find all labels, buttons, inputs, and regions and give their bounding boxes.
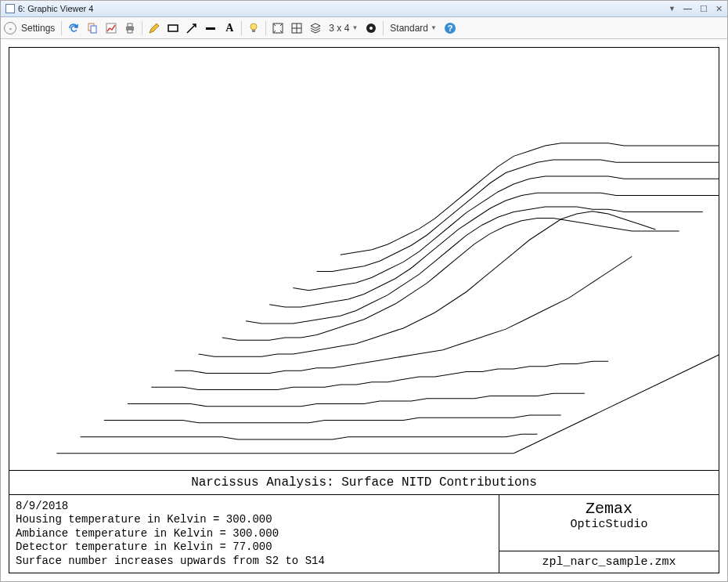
isometric-plot <box>9 48 719 470</box>
svg-rect-7 <box>206 27 215 30</box>
sep <box>142 21 142 35</box>
style-dropdown[interactable]: Standard▼ <box>387 23 440 34</box>
sep <box>265 21 266 35</box>
sep <box>383 21 384 35</box>
toolbar: ⌄ Settings A 3 x 4▼ Standard▼ ? <box>1 17 727 39</box>
grid-icon[interactable] <box>288 20 305 37</box>
help-icon[interactable]: ? <box>441 20 459 37</box>
svg-rect-9 <box>252 30 255 32</box>
titlebar: 6: Graphic Viewer 4 ▼ — ☐ ✕ <box>1 1 727 17</box>
svg-rect-4 <box>128 23 132 27</box>
svg-rect-2 <box>106 23 116 33</box>
app-window: 6: Graphic Viewer 4 ▼ — ☐ ✕ ⌄ Settings A… <box>0 0 728 582</box>
plot-frame: Narcissus Analysis: Surface NITD Contrib… <box>9 47 719 573</box>
dropdown-button[interactable]: ▼ <box>669 5 676 13</box>
settings-button[interactable]: Settings <box>18 23 58 34</box>
sep <box>61 21 62 35</box>
window-controls: ▼ — ☐ ✕ <box>669 4 723 14</box>
copy-icon[interactable] <box>84 20 101 37</box>
svg-text:?: ? <box>448 23 453 33</box>
rectangle-icon[interactable] <box>164 20 182 37</box>
svg-rect-5 <box>128 30 132 33</box>
plot-brand-box: Zemax OpticStudio zpl_narc_sample.zmx <box>499 495 719 573</box>
window-title: 6: Graphic Viewer 4 <box>5 4 93 13</box>
plot-caption-block: Narcissus Analysis: Surface NITD Contrib… <box>9 470 719 573</box>
svg-point-13 <box>369 27 373 30</box>
maximize-button[interactable]: ☐ <box>700 4 708 14</box>
target-icon[interactable] <box>362 20 380 37</box>
layers-icon[interactable] <box>307 20 324 37</box>
expand-options-icon[interactable]: ⌄ <box>4 22 16 34</box>
brand-product: OpticStudio <box>499 518 719 531</box>
fit-window-icon[interactable] <box>269 20 287 37</box>
text-icon[interactable]: A <box>221 20 238 37</box>
line-weight-icon[interactable] <box>202 20 219 37</box>
window-icon <box>5 4 15 13</box>
print-icon[interactable] <box>121 20 139 37</box>
close-button[interactable]: ✕ <box>715 4 723 14</box>
refresh-icon[interactable] <box>65 20 82 37</box>
sep <box>241 21 242 35</box>
svg-rect-6 <box>168 25 178 31</box>
chart-icon[interactable] <box>103 20 120 37</box>
plot-title: Narcissus Analysis: Surface NITD Contrib… <box>9 471 719 495</box>
plot-info-text: 8/9/2018 Housing temperature in Kelvin =… <box>9 495 499 573</box>
window-title-text: 6: Graphic Viewer 4 <box>18 4 93 13</box>
brand-name: Zemax <box>499 500 719 518</box>
svg-point-8 <box>250 23 257 30</box>
arrow-icon[interactable] <box>183 20 200 37</box>
minimize-button[interactable]: — <box>683 4 692 13</box>
plot-graphic <box>9 48 719 470</box>
pencil-icon[interactable] <box>146 20 163 37</box>
plot-info-row: 8/9/2018 Housing temperature in Kelvin =… <box>9 495 719 573</box>
brand: Zemax OpticStudio <box>499 495 719 551</box>
file-name: zpl_narc_sample.zmx <box>499 551 719 573</box>
canvas-area[interactable]: Narcissus Analysis: Surface NITD Contrib… <box>1 39 727 581</box>
lightbulb-icon[interactable] <box>245 20 262 37</box>
svg-rect-1 <box>91 26 96 33</box>
grid-size-dropdown[interactable]: 3 x 4▼ <box>326 23 361 34</box>
